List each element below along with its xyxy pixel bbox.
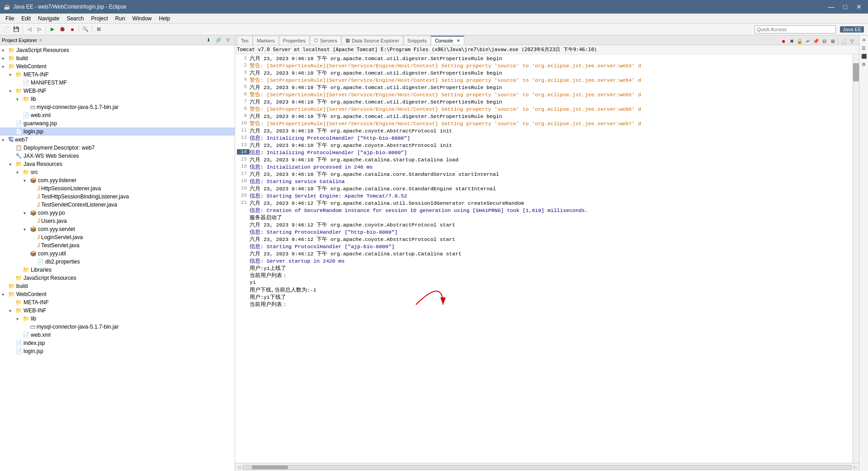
console-stop-icon[interactable]: ■ — [780, 38, 787, 45]
tree-item[interactable]: JLoginServlet.java — [0, 233, 235, 241]
console-close-icon[interactable]: ✕ — [457, 38, 460, 43]
tab-datasource[interactable]: ▦ Data Source Explorer — [341, 36, 403, 45]
menu-file[interactable]: File — [2, 14, 18, 23]
hscroll-right-arrow[interactable]: ▷ — [854, 465, 857, 470]
console-clear-icon[interactable]: ✖ — [788, 38, 795, 45]
tree-item[interactable]: ▾📁lib — [0, 95, 235, 103]
tree-item[interactable]: ▾📁WebContent — [0, 62, 235, 71]
minimize-button[interactable]: — — [826, 2, 837, 11]
tree-item[interactable]: ▾📦com.yyy.servlet — [0, 225, 235, 233]
maximize-button[interactable]: □ — [841, 2, 850, 11]
toolbar-stop[interactable]: ■ — [68, 25, 77, 34]
tree-item[interactable]: 📄login.jsp — [0, 127, 235, 136]
tree-item[interactable]: ▾📁META-INF — [0, 71, 235, 79]
console-vscroll-thumb[interactable] — [853, 63, 859, 81]
tree-item[interactable]: ▾📁Java Resources — [0, 160, 235, 168]
menu-navigate[interactable]: Navigate — [34, 14, 63, 23]
tree-arrow[interactable]: ▾ — [24, 227, 30, 232]
tree-item[interactable]: JTestServlet.java — [0, 241, 235, 250]
hscroll-track[interactable] — [242, 465, 852, 470]
tree-item[interactable]: ▾📁lib — [0, 315, 235, 323]
tree-item[interactable]: ▾📁WEB-INF — [0, 306, 235, 315]
toolbar-search[interactable]: 🔍 — [81, 25, 90, 34]
tree-item[interactable]: JHttpSessionListener.java — [0, 184, 235, 193]
right-panel-btn-2[interactable]: ☰ — [860, 44, 868, 52]
tree-arrow[interactable]: ▾ — [16, 316, 23, 321]
tree-item[interactable]: ▾📁WEB-INF — [0, 87, 235, 95]
menu-edit[interactable]: Edit — [18, 14, 34, 23]
toolbar-run[interactable]: ▶ — [48, 25, 57, 34]
menu-search[interactable]: Search — [63, 14, 87, 23]
menu-run[interactable]: Run — [112, 14, 129, 23]
tree-arrow[interactable]: ▾ — [9, 72, 15, 77]
tree-item[interactable]: JTestHttpSessionBindingListener.java — [0, 193, 235, 201]
tree-item[interactable]: 🗃mysql-connector-java-5.1.7-bin.jar — [0, 103, 235, 111]
console-maximize-icon[interactable]: ⬜ — [840, 38, 847, 45]
tree-item[interactable]: 📁Libraries — [0, 266, 235, 274]
tree-item[interactable]: JTestServletContextListener.java — [0, 201, 235, 209]
hscroll-left-arrow[interactable]: ◁ — [237, 465, 241, 470]
tree-arrow[interactable]: ▾ — [2, 292, 8, 297]
right-panel-btn-4[interactable]: ⚙ — [860, 61, 868, 68]
tree-item[interactable]: 📋Deployment Descriptor: web7 — [0, 144, 235, 152]
console-scroll-lock-icon[interactable]: 🔒 — [796, 38, 803, 45]
open-perspective-button[interactable]: Java EE — [838, 25, 866, 34]
tree-arrow[interactable]: ▾ — [9, 89, 15, 94]
tree-item[interactable]: ▾📦com.yyy.listener — [0, 176, 235, 184]
tab-markers[interactable]: Markers — [253, 36, 279, 45]
tree-item[interactable]: JUsers.java — [0, 217, 235, 225]
toolbar-back[interactable]: ◁ — [25, 25, 34, 34]
tree-item[interactable]: ▾📁JavaScript Resources — [0, 46, 235, 54]
tree-item[interactable]: ▾📦com.yyy.po — [0, 209, 235, 217]
right-panel-btn-1[interactable]: ✕ — [860, 36, 868, 43]
tree-arrow[interactable]: ▾ — [24, 178, 30, 183]
console-new-icon[interactable]: 🖥 — [829, 38, 836, 45]
close-button[interactable]: ✕ — [854, 2, 864, 11]
tree-item[interactable]: 📄web.xml — [0, 331, 235, 339]
toolbar-debug[interactable]: 🐞 — [58, 25, 67, 34]
toolbar-forward[interactable]: ▷ — [35, 25, 44, 34]
tab-servers[interactable]: ⬡ Servers — [310, 36, 341, 45]
tree-item[interactable]: 🔧JAX-WS Web Services — [0, 152, 235, 160]
link-with-editor-button[interactable]: 🔗 — [214, 36, 223, 45]
tree-item[interactable]: ▾📁WebContent — [0, 290, 235, 298]
toolbar-perspective[interactable]: ⊞ — [94, 25, 103, 34]
menu-window[interactable]: Window — [129, 14, 156, 23]
collapse-all-button[interactable]: ⬇ — [204, 36, 213, 45]
hscroll-thumb[interactable] — [252, 466, 288, 469]
tree-item[interactable]: ▾📁build — [0, 54, 235, 62]
console-vscroll[interactable] — [853, 54, 859, 463]
tree-item[interactable]: ▾📁src — [0, 168, 235, 176]
tree-item[interactable]: 📄guanwang.jsp — [0, 119, 235, 127]
tree-item[interactable]: 📁META-INF — [0, 298, 235, 306]
tree-item[interactable]: 📄index.jsp — [0, 339, 235, 347]
quick-access-input[interactable] — [755, 25, 836, 33]
toolbar-save[interactable]: 💾 — [12, 25, 21, 34]
tree-item[interactable]: 📄login.jsp — [0, 347, 235, 355]
tree-item[interactable]: 📁JavaScript Resources — [0, 274, 235, 282]
tree-arrow[interactable]: ▾ — [2, 137, 8, 142]
right-panel-btn-3[interactable]: ⬛ — [860, 52, 868, 60]
tree-item[interactable]: ▾🏗web7 — [0, 136, 235, 144]
console-hscroll[interactable]: ◁ ▷ — [235, 463, 859, 471]
tree-item[interactable]: 📄db2.properties — [0, 258, 235, 266]
tree-item[interactable]: 📄MANIFEST.MF — [0, 79, 235, 87]
tree-arrow[interactable]: ▾ — [16, 170, 23, 175]
tree-item[interactable]: 📁build — [0, 282, 235, 290]
console-view-menu-icon[interactable]: ▽ — [848, 38, 855, 45]
tree-arrow[interactable]: ▾ — [9, 162, 15, 167]
tree-item[interactable]: 📦com.yyy.util — [0, 250, 235, 258]
console-display-icon[interactable]: ⊟ — [821, 38, 828, 45]
menu-help[interactable]: Help — [156, 14, 174, 23]
tree-arrow[interactable]: ▾ — [16, 97, 23, 102]
tree-arrow[interactable]: ▾ — [24, 211, 30, 216]
menu-project[interactable]: Project — [87, 14, 111, 23]
tree-item[interactable]: 📄web.xml — [0, 111, 235, 119]
tab-console[interactable]: Console ✕ — [431, 36, 464, 45]
tree-arrow[interactable]: ▾ — [2, 64, 8, 69]
tree-arrow[interactable]: ▾ — [2, 56, 8, 61]
view-menu-button[interactable]: ▽ — [224, 36, 233, 45]
tree-arrow[interactable]: ▾ — [9, 308, 15, 313]
tab-properties[interactable]: Properties — [279, 36, 310, 45]
toolbar-new[interactable]: 📄 — [2, 25, 11, 34]
